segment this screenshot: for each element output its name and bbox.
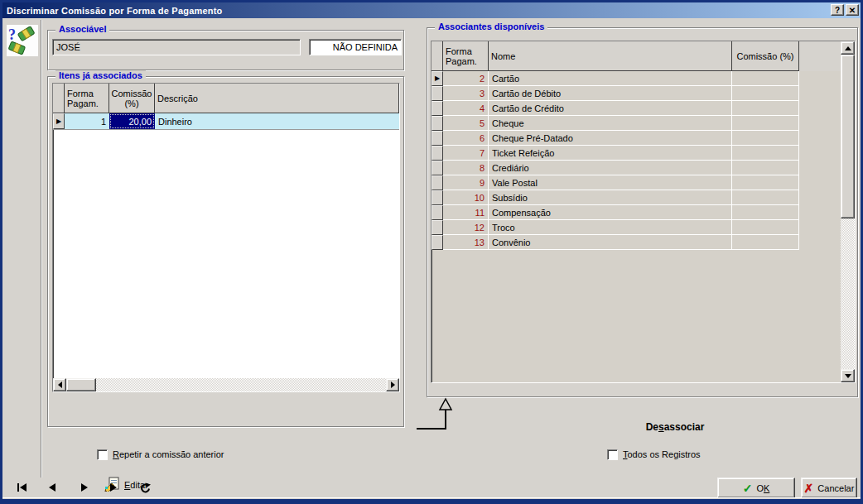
nav-refresh-button[interactable] (133, 478, 157, 497)
checkbox-box[interactable] (97, 449, 108, 460)
desassociar-label: Desassociar (621, 421, 729, 433)
table-row[interactable]: 10 Subsídio (432, 190, 855, 205)
scroll-down-button[interactable] (841, 369, 855, 382)
current-row-icon: ▶ (435, 75, 440, 82)
forma-cell: 2 (443, 71, 489, 86)
first-record-icon (16, 482, 29, 492)
comissao-cell (732, 131, 799, 146)
repetir-checkbox[interactable]: Repetir a comissão anterior (97, 449, 224, 460)
row-selector[interactable] (432, 131, 443, 146)
row-selector[interactable] (432, 175, 443, 190)
dialog-window: Discriminar Comissão por Forma de Pagame… (0, 0, 863, 504)
scroll-left-button[interactable] (53, 378, 66, 391)
associavel-legend: Associável (55, 24, 109, 34)
col-header-forma-pagam: Forma Pagam. (443, 41, 489, 71)
table-row[interactable]: 4 Cartão de Crédito (432, 101, 855, 116)
refresh-icon (139, 482, 151, 493)
row-selector[interactable] (432, 116, 443, 131)
associantes-group: Associantes disponíveis Forma Pagam. Nom… (427, 27, 858, 397)
table-row[interactable]: 13 Convênio (432, 235, 855, 250)
nome-cell: Compensação (489, 205, 732, 220)
comissao-cell (732, 161, 799, 175)
vertical-scrollbar[interactable] (841, 41, 855, 382)
table-row[interactable]: 5 Cheque (432, 116, 855, 131)
svg-text:?: ? (8, 26, 16, 43)
forma-cell: 7 (443, 146, 489, 161)
forma-cell: 9 (443, 175, 489, 190)
row-selector[interactable]: ▶ (432, 71, 443, 86)
comissao-cell (732, 175, 799, 190)
nome-cell: Subsídio (489, 190, 732, 205)
forma-cell: 5 (443, 116, 489, 131)
table-row[interactable]: 3 Cartão de Débito (432, 86, 855, 101)
row-selector[interactable] (432, 146, 443, 161)
table-row[interactable]: 6 Cheque Pré-Datado (432, 131, 855, 146)
row-selector[interactable] (432, 220, 443, 235)
close-button[interactable]: ✕ (846, 4, 859, 16)
repetir-checkbox-label: Repetir a comissão anterior (113, 449, 224, 459)
horizontal-scrollbar[interactable] (53, 378, 399, 391)
row-selector[interactable] (432, 101, 443, 116)
table-row[interactable]: ▶ 1 20,00 Dinheiro (53, 113, 399, 130)
todos-registros-checkbox[interactable]: Todos os Registros (607, 449, 701, 460)
row-selector[interactable] (432, 235, 443, 250)
nav-first-button[interactable] (11, 478, 34, 497)
table-row[interactable]: 9 Vale Postal (432, 175, 855, 190)
current-row-icon: ▶ (56, 118, 61, 125)
table-row[interactable]: 11 Compensação (432, 205, 855, 220)
titlebar[interactable]: Discriminar Comissão por Forma de Pagame… (2, 2, 861, 18)
row-selector[interactable] (432, 205, 443, 220)
help-money-icon: ? (7, 25, 38, 56)
associavel-group: Associável JOSÉ NÃO DEFINIDA (47, 30, 404, 70)
comissao-cell (732, 101, 799, 116)
ok-button[interactable]: ✓ OK (717, 478, 795, 498)
row-selector[interactable] (432, 86, 443, 101)
prior-record-icon (46, 482, 60, 492)
table-row[interactable]: 7 Ticket Refeição (432, 146, 855, 161)
associavel-name-field[interactable]: JOSÉ (52, 39, 301, 55)
forma-cell: 13 (443, 235, 489, 250)
comissao-cell[interactable]: 20,00 (109, 113, 155, 129)
help-icon: ? (835, 6, 840, 15)
scrollbar-thumb[interactable] (841, 55, 855, 218)
scroll-up-icon (845, 43, 851, 50)
nav-next-button[interactable] (72, 478, 95, 497)
scroll-up-button[interactable] (841, 41, 855, 55)
itens-associados-legend: Itens já associados (55, 70, 146, 80)
scroll-right-button[interactable] (386, 378, 399, 391)
next-record-icon (77, 482, 90, 492)
table-row[interactable]: 12 Troco (432, 220, 855, 235)
col-header-nome: Nome (489, 41, 732, 71)
checkbox-box[interactable] (607, 449, 618, 460)
nome-cell: Cartão de Crédito (489, 101, 732, 116)
itens-grid-header: Forma Pagam. Comissão (%) Descrição (53, 84, 399, 113)
nav-prior-button[interactable] (41, 478, 65, 497)
col-header-forma-pagam: Forma Pagam. (65, 84, 109, 113)
associantes-grid-header: Forma Pagam. Nome Comissão (%) (432, 41, 855, 71)
help-button[interactable]: ? (831, 4, 844, 16)
comissao-cell (732, 235, 799, 250)
forma-cell: 1 (65, 113, 109, 129)
selector-column-header (53, 84, 65, 113)
col-header-descricao: Descrição (155, 84, 399, 113)
table-row[interactable]: ▶ 2 Cartão (432, 71, 855, 86)
row-selector[interactable] (432, 161, 443, 175)
cancel-button[interactable]: ✗ Cancelar (801, 478, 857, 498)
scroll-right-icon (391, 382, 398, 388)
comissao-cell (732, 71, 799, 86)
comissao-cell (732, 86, 799, 101)
check-icon: ✓ (743, 482, 753, 495)
forma-cell: 6 (443, 131, 489, 146)
col-header-comissao: Comissão (%) (109, 84, 155, 113)
nav-last-button[interactable] (103, 478, 126, 497)
nome-cell: Convênio (489, 235, 732, 250)
table-row[interactable]: 8 Crediário (432, 161, 855, 175)
scrollbar-track[interactable] (96, 378, 386, 391)
last-record-icon (108, 482, 121, 492)
scrollbar-thumb[interactable] (66, 378, 96, 391)
row-selector[interactable]: ▶ (53, 113, 65, 129)
associantes-grid: Forma Pagam. Nome Comissão (%) ▶ 2 Cartã… (431, 41, 856, 383)
window-title: Discriminar Comissão por Forma de Pagame… (2, 6, 222, 16)
row-selector[interactable] (432, 190, 443, 205)
scrollbar-track[interactable] (841, 218, 855, 369)
